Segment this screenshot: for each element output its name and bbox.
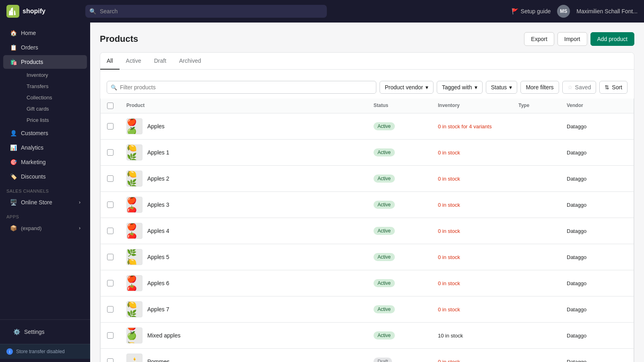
table-row[interactable]: 🍎🍏 Apples Active 0 in stock for 4 varian… [101,113,634,140]
discounts-icon: 🏷️ [10,173,17,180]
vendor-cell: Dataggo [567,228,627,234]
sidebar-item-analytics[interactable]: 📊 Analytics [3,141,87,154]
product-name: Apples [147,123,165,130]
sidebar-item-settings[interactable]: ⚙️ Settings [6,325,84,339]
row-checkbox[interactable] [107,228,114,234]
sidebar-item-discounts[interactable]: 🏷️ Discounts [3,170,87,183]
product-name: Pommes [147,358,169,362]
sidebar-item-transfers[interactable]: Transfers [20,81,87,92]
sidebar-item-customers[interactable]: 👤 Customers [3,126,87,140]
sort-label: Sort [612,84,622,90]
sidebar-item-gift-cards[interactable]: Gift cards [20,103,87,114]
status-chevron: ▾ [509,84,512,90]
row-checkbox[interactable] [107,358,114,362]
row-checkbox-cell [107,149,126,156]
product-vendor-filter[interactable]: Product vendor ▾ [380,81,433,94]
sort-button[interactable]: ⇅ Sort [599,81,627,94]
sidebar-item-price-lists[interactable]: Price lists [20,115,87,125]
star-icon: ☆ [568,84,573,90]
sidebar-item-home-label: Home [21,30,36,36]
sidebar-settings-label: Settings [24,329,45,335]
table-row[interactable]: 🍎🍅 Apples 3 Active 0 in stock Dataggo [101,192,634,218]
export-button[interactable]: Export [524,32,554,46]
row-checkbox-cell [107,202,126,208]
header-product: Product [126,103,374,109]
sidebar-item-inventory[interactable]: Inventory [20,70,87,80]
row-checkbox[interactable] [107,202,114,208]
product-thumbnail: 🍎🍅 [126,197,142,213]
tab-draft[interactable]: Draft [148,53,173,70]
status-filter[interactable]: Status ▾ [486,81,518,94]
product-name: Apples 2 [147,175,169,182]
sidebar-item-apps[interactable]: 📦 (expand) › [3,221,87,235]
select-all-checkbox[interactable] [107,103,114,109]
status-badge: Active [374,122,395,130]
sidebar-item-marketing[interactable]: 🎯 Marketing [3,155,87,169]
inventory-cell: 0 in stock [438,306,518,313]
table-row[interactable]: 🍎🍅 Apples 6 Active 0 in stock Dataggo [101,270,634,296]
product-thumbnail: 🍎🍅 [126,223,142,239]
product-cell: 🍎🍅 Apples 6 [126,275,374,291]
table-row[interactable]: 🕯️ Pommes Draft 0 in stock Dataggo [101,349,634,362]
sidebar-item-online-store[interactable]: 🖥️ Online Store › [3,195,87,209]
vendor-cell: Dataggo [567,202,627,208]
product-cell: 🍋🌿 Apples 1 [126,144,374,160]
product-thumbnail: 🍋🌿 [126,301,142,317]
row-checkbox[interactable] [107,149,114,156]
more-filters-button[interactable]: More filters [520,81,559,94]
status-cell: Active [374,331,438,339]
tab-all[interactable]: All [100,53,120,70]
setup-guide-label: Setup guide [521,8,551,14]
sidebar-item-orders[interactable]: 📋 Orders [3,41,87,54]
sidebar-item-marketing-label: Marketing [21,159,45,165]
apps-icon: 📦 [10,225,17,231]
avatar[interactable]: MS [557,5,570,18]
sidebar-item-apps-label: (expand) [21,225,41,231]
tagged-with-filter[interactable]: Tagged with ▾ [437,81,483,94]
topbar: shopify 🔍 🚩 Setup guide MS Maximilien Sc… [0,0,644,23]
product-cell: 🍋🌿 Apples 7 [126,301,374,317]
row-checkbox[interactable] [107,123,114,130]
status-cell: Active [374,227,438,235]
sidebar-item-collections[interactable]: Collections [20,92,87,103]
product-name: Apples 1 [147,149,169,156]
filter-search-input[interactable] [107,81,376,94]
row-checkbox[interactable] [107,175,114,182]
vendor-cell: Dataggo [567,254,627,260]
row-checkbox[interactable] [107,280,114,286]
saved-label: Saved [575,84,591,90]
logo[interactable]: shopify [6,5,79,18]
status-badge: Active [374,201,395,209]
tab-archived[interactable]: Archived [173,53,207,70]
sidebar-item-home[interactable]: 🏠 Home [3,26,87,40]
table-row[interactable]: 🌿🍋 Apples 5 Active 0 in stock Dataggo [101,244,634,270]
product-vendor-chevron: ▾ [425,84,428,90]
products-table: Product Status Inventory Type Vendor 🍎🍏 … [100,99,634,362]
customers-icon: 👤 [10,130,17,136]
logo-text: shopify [23,8,45,15]
import-button[interactable]: Import [557,32,587,46]
filter-search-icon: 🔍 [111,84,117,90]
saved-button[interactable]: ☆ Saved [562,81,597,94]
header-vendor: Vendor [567,103,627,109]
add-product-button[interactable]: Add product [590,32,635,46]
table-row[interactable]: 🍎🍏🍋 Mixed apples Active 10 in stock Data… [101,323,634,349]
row-checkbox[interactable] [107,306,114,313]
setup-guide[interactable]: 🚩 Setup guide [512,8,551,14]
product-cell: 🌿🍋 Apples 5 [126,249,374,265]
table-row[interactable]: 🍋🌿 Apples 2 Active 0 in stock Dataggo [101,166,634,192]
table-row[interactable]: 🍋🌿 Apples 1 Active 0 in stock Dataggo [101,140,634,166]
sales-channels-section: Sales channels [0,184,90,195]
page-header: Products Export Import Add product [100,32,634,46]
orders-icon: 📋 [10,44,17,51]
tab-active[interactable]: Active [120,53,148,70]
row-checkbox[interactable] [107,332,114,339]
sidebar-item-customers-label: Customers [21,130,48,136]
sidebar-item-products[interactable]: 🛍️ Products [3,55,87,69]
table-row[interactable]: 🍎🍅 Apples 4 Active 0 in stock Dataggo [101,218,634,244]
table-row[interactable]: 🍋🌿 Apples 7 Active 0 in stock Dataggo [101,296,634,323]
products-icon: 🛍️ [10,59,17,65]
product-thumbnail: 🍋🌿 [126,144,142,160]
search-input[interactable] [85,5,327,18]
row-checkbox[interactable] [107,254,114,260]
